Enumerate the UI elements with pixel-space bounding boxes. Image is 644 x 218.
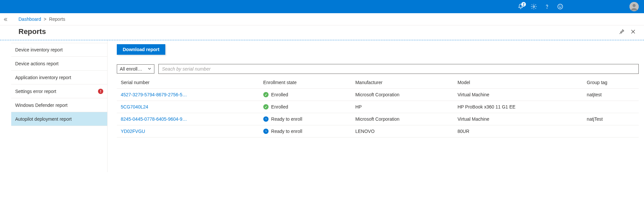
col-enrollment-state[interactable]: Enrollment state	[259, 77, 351, 89]
filter-selected-label: All enrollm…	[120, 66, 145, 72]
notification-badge: 2	[521, 2, 526, 7]
breadcrumb-separator: >	[44, 16, 47, 22]
col-model[interactable]: Model	[454, 77, 583, 89]
user-avatar[interactable]	[629, 2, 639, 11]
help-icon[interactable]	[544, 3, 550, 10]
svg-point-3	[559, 6, 560, 6]
reports-sidebar: Device inventory report Device actions r…	[11, 40, 108, 172]
table-row[interactable]: 4527-3279-5794-8679-2756-5… Enrolled Mic…	[117, 89, 639, 101]
collapse-nav-icon[interactable]	[3, 17, 8, 23]
cell-manufacturer: HP	[351, 101, 454, 113]
pin-icon[interactable]	[619, 29, 625, 35]
serial-link[interactable]: 8245-0445-0778-6405-9604-9…	[117, 113, 259, 125]
sidebar-item-autopilot-deployment[interactable]: Autopilot deployment report	[11, 112, 107, 126]
error-badge-icon: !	[98, 89, 103, 94]
col-serial[interactable]: Serial number	[117, 77, 259, 89]
download-report-button[interactable]: Download report	[117, 44, 165, 55]
cell-manufacturer: Microsoft Corporation	[351, 89, 454, 101]
cell-state: Enrolled	[259, 101, 351, 113]
serial-link[interactable]: 4527-3279-5794-8679-2756-5…	[117, 89, 259, 101]
col-group-tag[interactable]: Group tag	[583, 77, 639, 89]
cell-manufacturer: LENOVO	[351, 125, 454, 138]
sidebar-item-device-actions[interactable]: Device actions report	[11, 57, 107, 71]
state-text: Enrolled	[271, 104, 288, 109]
serial-search-input[interactable]	[158, 64, 639, 74]
cell-group-tag: natjtest	[583, 89, 639, 101]
cell-model: 80UR	[454, 125, 583, 138]
cell-model: HP ProBook x360 11 G1 EE	[454, 101, 583, 113]
svg-point-6	[632, 4, 635, 7]
svg-point-0	[533, 6, 535, 8]
ready-clock-icon	[263, 129, 269, 134]
sidebar-item-settings-error[interactable]: Settings error report !	[11, 84, 107, 98]
sidebar-item-label: Device inventory report	[15, 47, 63, 52]
serial-link[interactable]: YD02FVGU	[117, 125, 259, 138]
page-title: Reports	[18, 27, 46, 36]
feedback-smiley-icon[interactable]	[557, 3, 564, 10]
content-body: Device inventory report Device actions r…	[0, 40, 644, 172]
sidebar-item-device-inventory[interactable]: Device inventory report	[11, 43, 107, 57]
enrolled-check-icon	[263, 92, 269, 97]
state-text: Ready to enroll	[271, 129, 302, 134]
cell-state: Enrolled	[259, 89, 351, 101]
cell-manufacturer: Microsoft Corporation	[351, 113, 454, 125]
page-title-bar: Reports	[0, 25, 644, 40]
sidebar-item-label: Settings error report	[15, 89, 56, 94]
breadcrumb: Dashboard > Reports	[0, 13, 644, 25]
cell-group-tag	[583, 101, 639, 113]
cell-model: Virtual Machine	[454, 89, 583, 101]
table-row[interactable]: 8245-0445-0778-6405-9604-9… Ready to enr…	[117, 113, 639, 125]
enrollment-filter-dropdown[interactable]: All enrollm…	[117, 64, 154, 74]
report-main: Download report All enrollm… Serial numb…	[108, 40, 644, 172]
filter-controls: All enrollm…	[117, 64, 639, 74]
table-header-row: Serial number Enrollment state Manufactu…	[117, 77, 639, 89]
enrolled-check-icon	[263, 104, 269, 109]
settings-gear-icon[interactable]	[531, 3, 537, 10]
ready-clock-icon	[263, 116, 269, 122]
svg-point-4	[561, 6, 561, 6]
title-actions	[619, 29, 636, 35]
global-header: 2	[0, 0, 644, 13]
sidebar-item-label: Windows Defender report	[15, 103, 68, 108]
serial-link[interactable]: 5CG7040L24	[117, 101, 259, 113]
svg-point-2	[558, 4, 563, 9]
sidebar-item-application-inventory[interactable]: Application inventory report	[11, 71, 107, 84]
devices-table: Serial number Enrollment state Manufactu…	[117, 77, 639, 138]
sidebar-item-label: Autopilot deployment report	[15, 116, 72, 122]
sidebar-item-label: Device actions report	[15, 61, 59, 66]
breadcrumb-current: Reports	[49, 16, 65, 22]
cell-group-tag: natjTest	[583, 113, 639, 125]
state-text: Enrolled	[271, 92, 288, 97]
state-text: Ready to enroll	[271, 116, 302, 122]
chevron-down-icon	[147, 66, 151, 72]
table-row[interactable]: 5CG7040L24 Enrolled HP HP ProBook x360 1…	[117, 101, 639, 113]
table-row[interactable]: YD02FVGU Ready to enroll LENOVO 80UR	[117, 125, 639, 138]
sidebar-item-windows-defender[interactable]: Windows Defender report	[11, 98, 107, 112]
cell-state: Ready to enroll	[259, 113, 351, 125]
cell-state: Ready to enroll	[259, 125, 351, 138]
close-icon[interactable]	[630, 29, 636, 35]
svg-point-1	[547, 8, 547, 9]
col-manufacturer[interactable]: Manufacturer	[351, 77, 454, 89]
sidebar-item-label: Application inventory report	[15, 75, 71, 80]
notifications-icon[interactable]: 2	[517, 3, 524, 10]
breadcrumb-root-link[interactable]: Dashboard	[18, 16, 41, 22]
cell-group-tag	[583, 125, 639, 138]
cell-model: Virtual Machine	[454, 113, 583, 125]
